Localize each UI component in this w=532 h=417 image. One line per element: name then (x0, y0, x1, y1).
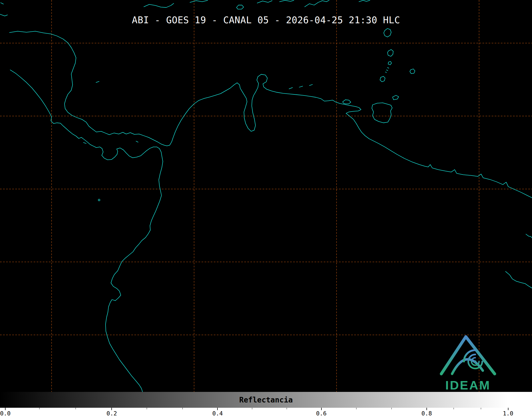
colorbar-tick-label: 0.0 (0, 410, 11, 417)
tick-mark-minor (147, 408, 147, 409)
colorbar-tick-label: 1.0 (503, 410, 513, 417)
tick-mark-minor (481, 408, 481, 409)
tick-mark (508, 408, 508, 410)
tick-mark (5, 408, 6, 410)
ideam-logo-text: IDEAM (445, 378, 490, 392)
ideam-logo: IDEAM (440, 329, 496, 392)
coastline-top-fragments (0, 0, 370, 16)
image-title: ABI - GOES 19 - CANAL 05 - 2026-04-25 21… (0, 15, 532, 25)
islands-antilles (289, 29, 415, 123)
colorbar-tick-label: 0.8 (421, 410, 432, 417)
tick-mark-minor (356, 408, 357, 409)
tick-mark-minor (182, 408, 183, 409)
coastline-pacific (10, 70, 163, 392)
colorbar-axis: 0.0 0.2 0.4 0.6 0.8 1.0 (0, 408, 532, 417)
colorbar-tick-label: 0.6 (316, 410, 327, 417)
tick-mark-minor (287, 408, 287, 409)
coastline-right-fragments (506, 234, 532, 288)
colorbar-gradient: Reflectancia (0, 392, 532, 408)
tick-mark (111, 408, 112, 410)
tick-mark (321, 408, 322, 410)
tick-mark-minor (75, 408, 76, 409)
tick-mark-minor (39, 408, 39, 409)
satellite-image-viewer: ABI - GOES 19 - CANAL 05 - 2026-04-25 21… (0, 0, 532, 417)
tick-mark-minor (252, 408, 252, 409)
colorbar-label: Reflectancia (0, 392, 532, 408)
tick-mark-minor (454, 408, 454, 409)
colorbar: Reflectancia 0.0 0.2 0.4 0.6 (0, 392, 532, 417)
tick-mark-minor (392, 408, 392, 409)
coastline-caribbean (10, 31, 532, 198)
mountain-icon (441, 337, 495, 374)
colorbar-tick-label: 0.4 (212, 410, 223, 417)
tick-mark (426, 408, 427, 410)
islands-small (84, 81, 138, 201)
colorbar-tick-label: 0.2 (106, 410, 117, 417)
tick-mark (217, 408, 218, 410)
